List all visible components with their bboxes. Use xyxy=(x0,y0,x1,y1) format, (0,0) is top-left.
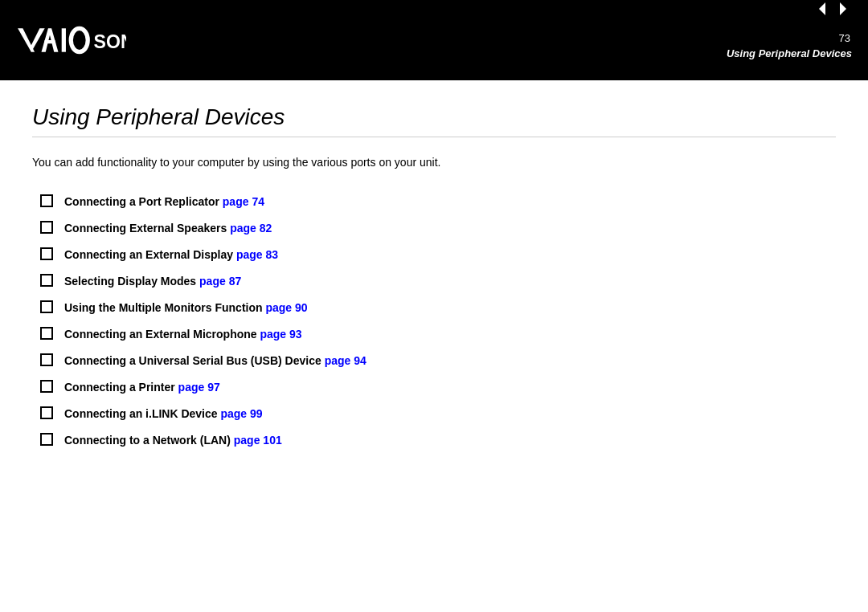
vaio-logo: SONY xyxy=(16,23,126,57)
item-page-link[interactable]: page 93 xyxy=(260,328,301,341)
item-text: Connecting a Universal Serial Bus (USB) … xyxy=(64,353,366,369)
list-item: Using the Multiple Monitors Function pag… xyxy=(40,300,836,316)
svg-marker-2 xyxy=(819,2,825,15)
item-text: Connecting External Speakers page 82 xyxy=(64,220,272,237)
items-list: Connecting a Port Replicator page 74Conn… xyxy=(40,194,836,449)
item-page-link[interactable]: page 87 xyxy=(199,275,241,288)
list-item: Connecting an External Display page 83 xyxy=(40,247,836,263)
item-page-link[interactable]: page 101 xyxy=(234,434,282,447)
list-item: Connecting an External Microphone page 9… xyxy=(40,326,836,343)
item-page-link[interactable]: page 74 xyxy=(223,195,264,208)
item-page-link[interactable]: page 83 xyxy=(236,248,278,261)
item-text: Connecting a Printer page 97 xyxy=(64,379,220,396)
header-section-title: Using Peripheral Devices xyxy=(727,47,852,59)
nav-arrows xyxy=(813,0,852,18)
svg-marker-3 xyxy=(840,2,846,15)
list-item: Connecting a Printer page 97 xyxy=(40,379,836,396)
item-text: Connecting an External Microphone page 9… xyxy=(64,326,302,343)
checkbox-icon xyxy=(40,327,53,340)
page-number: 73 xyxy=(839,32,850,44)
item-page-link[interactable]: page 99 xyxy=(220,407,262,420)
checkbox-icon xyxy=(40,194,53,207)
list-item: Connecting a Port Replicator page 74 xyxy=(40,194,836,210)
checkbox-icon xyxy=(40,433,53,446)
checkbox-icon xyxy=(40,353,53,366)
checkbox-icon xyxy=(40,380,53,393)
list-item: Selecting Display Modes page 87 xyxy=(40,273,836,290)
item-text: Selecting Display Modes page 87 xyxy=(64,273,241,290)
main-content: Using Peripheral Devices You can add fun… xyxy=(0,80,868,483)
item-text: Connecting a Port Replicator page 74 xyxy=(64,194,264,210)
item-page-link[interactable]: page 82 xyxy=(230,222,272,235)
checkbox-icon xyxy=(40,274,53,287)
item-page-link[interactable]: page 97 xyxy=(178,381,220,394)
checkbox-icon xyxy=(40,247,53,260)
item-text: Connecting an i.LINK Device page 99 xyxy=(64,406,263,422)
item-page-link[interactable]: page 90 xyxy=(265,301,307,314)
page-title: Using Peripheral Devices xyxy=(32,104,836,137)
svg-text:SONY: SONY xyxy=(94,32,126,53)
checkbox-icon xyxy=(40,300,53,313)
intro-text: You can add functionality to your comput… xyxy=(32,153,836,171)
list-item: Connecting External Speakers page 82 xyxy=(40,220,836,237)
list-item: Connecting an i.LINK Device page 99 xyxy=(40,406,836,422)
prev-arrow-button[interactable] xyxy=(813,0,831,18)
next-arrow-button[interactable] xyxy=(834,0,852,18)
item-page-link[interactable]: page 94 xyxy=(325,354,366,367)
item-text: Connecting to a Network (LAN) page 101 xyxy=(64,432,282,449)
checkbox-icon xyxy=(40,406,53,419)
header-right: 73 Using Peripheral Devices xyxy=(727,0,852,59)
item-text: Connecting an External Display page 83 xyxy=(64,247,278,263)
header: SONY 73 Using Peripheral Devices xyxy=(0,0,868,80)
item-text: Using the Multiple Monitors Function pag… xyxy=(64,300,308,316)
list-item: Connecting a Universal Serial Bus (USB) … xyxy=(40,353,836,369)
checkbox-icon xyxy=(40,221,53,234)
list-item: Connecting to a Network (LAN) page 101 xyxy=(40,432,836,449)
svg-point-0 xyxy=(71,28,88,51)
